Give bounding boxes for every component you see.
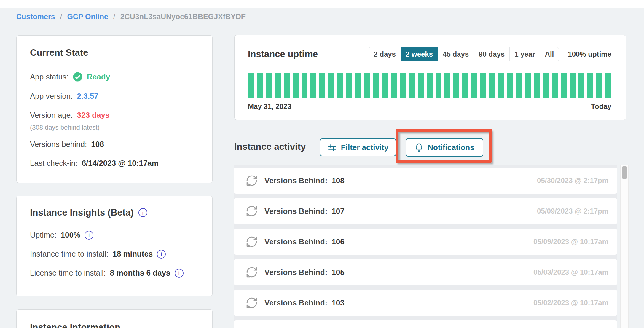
- activity-scrollbar-track[interactable]: [620, 165, 629, 328]
- instance-insights-title-text: Instance Insights (Beta): [30, 207, 134, 218]
- activity-row-timestamp: 05/30/2023 @ 2:17pm: [537, 176, 608, 185]
- filter-activity-button[interactable]: Filter activity: [320, 138, 396, 156]
- info-icon[interactable]: i: [85, 231, 93, 240]
- uptime-bar: [480, 73, 486, 98]
- activity-row-label: Versions Behind:: [264, 298, 327, 308]
- uptime-bar: [453, 73, 459, 98]
- uptime-bar: [418, 73, 424, 98]
- tab-90-days[interactable]: 90 days: [474, 47, 509, 61]
- tab-45-days[interactable]: 45 days: [438, 47, 474, 61]
- filter-activity-label: Filter activity: [341, 143, 388, 152]
- activity-scrollbar-thumb[interactable]: [622, 166, 627, 179]
- last-checkin-value: 6/14/2023 @ 10:17am: [82, 159, 159, 168]
- app-status-row: App status: Ready: [30, 72, 201, 82]
- top-white-strip: [0, 0, 644, 8]
- uptime-range-tabs: 2 days 2 weeks 45 days 90 days 1 year Al…: [369, 47, 559, 61]
- uptime-bar: [248, 73, 254, 98]
- app-version-value[interactable]: 2.3.57: [77, 92, 98, 101]
- uptime-bar: [578, 73, 584, 98]
- activity-row-label: Versions Behind:: [264, 176, 327, 185]
- instance-activity-list: Versions Behind: 108 05/30/2023 @ 2:17pm…: [234, 165, 617, 328]
- uptime-bar: [605, 73, 611, 98]
- license-install-label: License time to install:: [30, 268, 106, 278]
- uptime-bar: [444, 73, 450, 98]
- uptime-bar: [436, 73, 441, 98]
- app-version-label: App version:: [30, 92, 73, 101]
- uptime-bar: [275, 73, 280, 98]
- instance-information-card: Instance Information: [16, 309, 213, 328]
- activity-row-label: Versions Behind:: [264, 268, 327, 277]
- versions-behind-label: Versions behind:: [30, 140, 87, 149]
- uptime-axis-end: Today: [591, 102, 611, 111]
- info-icon[interactable]: i: [138, 208, 147, 217]
- uptime-bar: [310, 73, 316, 98]
- bell-icon: [415, 143, 423, 152]
- notifications-label: Notifications: [428, 143, 474, 152]
- instance-uptime-card: Instance uptime 2 days 2 weeks 45 days 9…: [234, 35, 626, 120]
- uptime-bar: [552, 73, 558, 98]
- tab-2-days[interactable]: 2 days: [369, 47, 401, 61]
- tab-1-year[interactable]: 1 year: [509, 47, 540, 61]
- uptime-bar: [382, 73, 388, 98]
- activity-row-timestamp: 05/09/2023 @ 10:17am: [533, 238, 608, 246]
- uptime-bar: [427, 73, 433, 98]
- activity-row-value: 103: [331, 298, 344, 308]
- instance-insights-title: Instance Insights (Beta) i: [30, 207, 201, 218]
- tab-2-weeks[interactable]: 2 weeks: [401, 47, 438, 61]
- activity-row-label: Versions Behind:: [264, 237, 327, 246]
- uptime-axis-start: May 31, 2023: [248, 102, 291, 111]
- license-install-row: License time to install: 8 months 6 days…: [30, 268, 201, 278]
- breadcrumb-separator: /: [113, 12, 115, 21]
- notifications-button[interactable]: Notifications: [406, 138, 483, 157]
- info-icon[interactable]: i: [175, 269, 184, 278]
- app-status-label: App status:: [30, 72, 68, 82]
- current-state-card: Current State App status: Ready App vers…: [16, 35, 213, 183]
- breadcrumb-separator: /: [60, 12, 62, 21]
- uptime-card-title: Instance uptime: [248, 49, 318, 60]
- activity-row-timestamp: 05/02/2023 @ 10:17am: [533, 299, 608, 307]
- versions-behind-row: Versions behind: 108: [30, 140, 201, 149]
- app-version-row: App version: 2.3.57: [30, 92, 201, 101]
- last-checkin-row: Last check-in: 6/14/2023 @ 10:17am: [30, 159, 201, 168]
- tab-all[interactable]: All: [540, 47, 559, 61]
- info-icon[interactable]: i: [157, 250, 166, 259]
- uptime-bar: [596, 73, 602, 98]
- breadcrumb-link-customer-name[interactable]: GCP Online: [67, 12, 108, 21]
- app-status-value: Ready: [87, 72, 110, 82]
- activity-row: Versions Behind: 107 05/09/2023 @ 2:17pm: [234, 198, 617, 224]
- activity-row-partial: [234, 320, 617, 328]
- uptime-bar: [462, 73, 468, 98]
- uptime-bar: [471, 73, 477, 98]
- uptime-axis-labels: May 31, 2023 Today: [248, 102, 611, 111]
- breadcrumb-instance-id: 2CU3nL3saUNyoc61BBEGJXfBYDF: [120, 12, 246, 21]
- uptime-bars: [248, 73, 611, 98]
- activity-row: Versions Behind: 105 05/03/2023 @ 10:17a…: [234, 259, 617, 285]
- activity-row-value: 105: [331, 268, 344, 277]
- activity-row: Versions Behind: 103 05/02/2023 @ 10:17a…: [234, 290, 617, 316]
- instance-activity-title: Instance activity: [234, 141, 306, 152]
- uptime-bar: [489, 73, 495, 98]
- uptime-bar: [364, 73, 370, 98]
- sliders-icon: [327, 143, 337, 152]
- uptime-bar: [498, 73, 504, 98]
- uptime-bar: [337, 73, 343, 98]
- uptime-bar: [543, 73, 549, 98]
- uptime-label: Uptime:: [30, 230, 57, 240]
- uptime-bar: [293, 73, 299, 98]
- activity-row: Versions Behind: 106 05/09/2023 @ 10:17a…: [234, 229, 617, 255]
- uptime-bar: [266, 73, 272, 98]
- uptime-bar: [391, 73, 397, 98]
- uptime-bar: [319, 73, 325, 98]
- instance-install-label: Instance time to install:: [30, 249, 108, 259]
- uptime-bar: [525, 73, 531, 98]
- last-checkin-label: Last check-in:: [30, 159, 77, 168]
- uptime-card-header: Instance uptime 2 days 2 weeks 45 days 9…: [248, 47, 611, 61]
- uptime-row: Uptime: 100% i: [30, 230, 201, 240]
- uptime-bar: [409, 73, 415, 98]
- breadcrumb-link-customers[interactable]: Customers: [16, 12, 55, 21]
- version-age-value: 323 days: [77, 111, 110, 120]
- uptime-value: 100%: [61, 230, 81, 240]
- uptime-bar: [561, 73, 567, 98]
- instance-install-value: 18 minutes: [112, 249, 153, 259]
- instance-information-title: Instance Information: [30, 322, 201, 328]
